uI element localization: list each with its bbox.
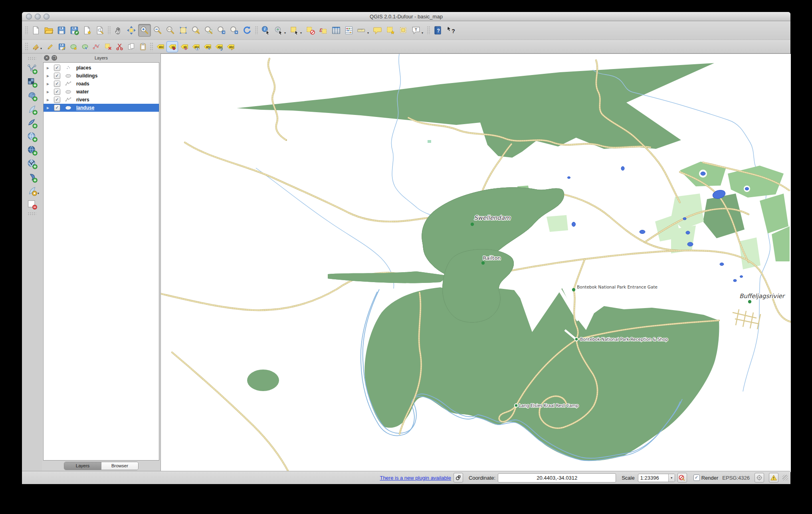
crs-status-icon[interactable] [755, 473, 764, 482]
map-tips-button[interactable] [372, 24, 384, 36]
new-project-button[interactable] [30, 24, 42, 36]
expand-arrow-icon[interactable]: ▶ [47, 98, 51, 102]
zoom-in-button[interactable] [138, 24, 151, 37]
measure-button[interactable]: ▾ [356, 24, 368, 36]
layer-visibility-checkbox[interactable]: ✓ [54, 81, 60, 87]
zoom-out-button[interactable] [152, 24, 164, 36]
expand-arrow-icon[interactable]: ▶ [47, 82, 51, 86]
zoom-next-button[interactable] [228, 24, 240, 36]
add-vector-layer-button[interactable] [26, 63, 38, 75]
dropdown-arrow-icon[interactable]: ▾ [300, 31, 303, 35]
add-oracle-layer-button[interactable] [26, 171, 38, 183]
tab-layers[interactable]: Layers [64, 462, 101, 470]
save-project-as-button[interactable] [68, 24, 80, 36]
dropdown-arrow-icon[interactable]: ▾ [40, 47, 44, 50]
field-calculator-button[interactable] [343, 24, 355, 36]
add-mssql-layer-button[interactable] [26, 117, 38, 129]
composer-manager-button[interactable] [94, 24, 106, 36]
tab-browser[interactable]: Browser [101, 462, 138, 470]
zoom-to-selection-button[interactable] [190, 24, 202, 36]
expand-arrow-icon[interactable]: ▶ [47, 66, 51, 70]
scale-dropdown-icon[interactable]: ▾ [668, 474, 675, 482]
layer-item-water[interactable]: ▶✓water [44, 88, 159, 96]
layer-visibility-checkbox[interactable]: ✓ [54, 97, 60, 103]
move-label-button[interactable]: abc [202, 42, 213, 52]
text-annotation-button[interactable]: T▾ [410, 24, 422, 36]
highlight-pinned-labels-button[interactable]: ab [179, 42, 190, 52]
zoom-native-button[interactable]: 1:1 [164, 24, 176, 36]
remove-layer-button[interactable] [26, 198, 38, 210]
new-bookmark-button[interactable] [384, 24, 396, 36]
layer-item-buildings[interactable]: ▶✓buildings [44, 72, 159, 80]
title-bar[interactable]: QGIS 2.0.1-Dufour - basic_map [22, 12, 790, 21]
layer-visibility-checkbox[interactable]: ✓ [54, 73, 60, 79]
attribute-table-button[interactable] [330, 24, 342, 36]
pan-to-selection-button[interactable] [125, 24, 137, 36]
scale-combo[interactable]: 1:23396 ▾ [638, 474, 675, 482]
add-raster-layer-button[interactable] [26, 76, 38, 88]
zoom-to-layer-button[interactable] [203, 24, 215, 36]
coordinate-input[interactable] [498, 473, 616, 482]
save-edits-button[interactable] [56, 42, 67, 52]
pan-map-button[interactable] [113, 24, 125, 36]
layer-visibility-checkbox[interactable]: ✓ [54, 89, 60, 95]
open-project-button[interactable] [43, 24, 55, 36]
panel-float-icon[interactable]: ❐ [51, 55, 57, 61]
new-shapefile-layer-button[interactable]: ▾ [26, 185, 38, 197]
panel-close-icon[interactable]: ✕ [44, 55, 50, 61]
save-project-button[interactable] [55, 24, 67, 36]
new-composer-button[interactable] [81, 24, 93, 36]
layer-visibility-checkbox[interactable]: ✓ [54, 65, 60, 71]
node-tool-button[interactable] [91, 42, 102, 52]
render-checkbox[interactable]: ✓ [693, 474, 700, 481]
layer-item-rivers[interactable]: ▶✓rivers [44, 96, 159, 104]
dropdown-arrow-icon[interactable]: ▾ [284, 31, 287, 35]
rotate-label-button[interactable]: abc [214, 42, 224, 52]
layer-item-landuse[interactable]: ▶✓landuse [44, 104, 159, 112]
plugin-icon[interactable] [454, 473, 463, 482]
change-label-properties-button[interactable]: abc [225, 42, 236, 52]
plugin-available-link[interactable]: There is a new plugin available [380, 475, 451, 481]
stop-render-icon[interactable] [677, 473, 687, 482]
layer-item-roads[interactable]: ▶✓roads [44, 80, 159, 88]
add-wms-layer-button[interactable] [26, 130, 38, 142]
zoom-last-button[interactable] [216, 24, 228, 36]
add-feature-button[interactable] [68, 42, 79, 52]
identify-button[interactable]: i [260, 24, 272, 36]
resize-grip[interactable] [782, 475, 788, 480]
add-spatialite-layer-button[interactable] [26, 103, 38, 115]
move-feature-button[interactable] [79, 42, 90, 52]
expand-arrow-icon[interactable]: ▶ [47, 90, 51, 94]
layer-visibility-checkbox[interactable]: ✓ [54, 105, 60, 111]
dropdown-arrow-icon[interactable]: ▾ [38, 192, 41, 195]
add-postgis-layer-button[interactable] [26, 90, 38, 102]
minimize-window-button[interactable] [35, 14, 41, 20]
messages-warning-icon[interactable] [769, 473, 778, 482]
delete-selected-button[interactable] [103, 42, 113, 52]
toggle-editing-button[interactable] [45, 42, 55, 52]
cut-features-button[interactable] [114, 42, 125, 52]
help-contents-button[interactable]: ? [432, 24, 444, 36]
close-window-button[interactable] [26, 14, 32, 20]
show-hide-labels-button[interactable]: abc [190, 42, 201, 52]
show-bookmarks-button[interactable] [397, 24, 409, 36]
labeling-button[interactable]: abc [155, 42, 166, 52]
add-wcs-layer-button[interactable] [26, 144, 38, 156]
expand-arrow-icon[interactable]: ▶ [47, 74, 51, 78]
layer-item-places[interactable]: ▶✓places [44, 64, 159, 72]
feature-action-button[interactable]: ▾ [273, 24, 285, 36]
deselect-features-button[interactable] [305, 24, 317, 36]
select-by-expression-button[interactable]: ε [317, 24, 329, 36]
copy-features-button[interactable] [126, 42, 137, 52]
paste-features-button[interactable] [137, 42, 148, 52]
zoom-window-button[interactable] [44, 14, 50, 20]
current-edits-button[interactable]: ▾ [30, 42, 41, 52]
dropdown-arrow-icon[interactable]: ▾ [367, 31, 370, 35]
whats-this-button[interactable]: ? [445, 24, 457, 36]
map-svg[interactable]: SwellendamRailtonBontebok National Park … [161, 54, 791, 472]
expand-arrow-icon[interactable]: ▶ [47, 106, 51, 110]
map-canvas[interactable]: SwellendamRailtonBontebok National Park … [160, 53, 790, 471]
dropdown-arrow-icon[interactable]: ▾ [422, 31, 425, 35]
add-wfs-layer-button[interactable] [26, 158, 38, 170]
refresh-button[interactable] [241, 24, 253, 36]
